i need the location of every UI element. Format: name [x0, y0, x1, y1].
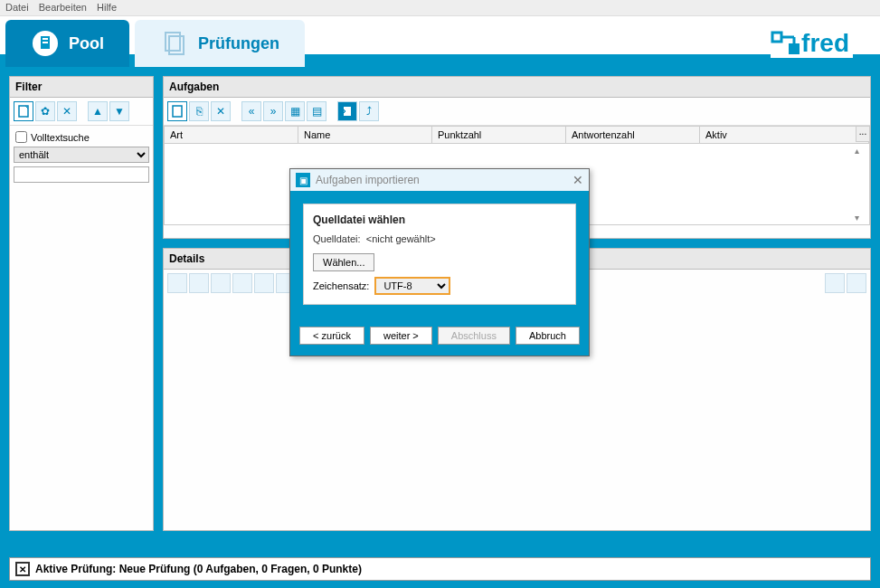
table-header: Art Name Punktzahl Antwortenzahl Aktiv: [164, 126, 870, 144]
filter-save-icon[interactable]: ✿: [35, 101, 55, 121]
detail-btn-4[interactable]: [232, 273, 252, 293]
fulltext-checkbox-row[interactable]: Volltextsuche: [14, 129, 149, 145]
task-export-icon[interactable]: ⤴: [359, 101, 379, 121]
aufgaben-header: Aufgaben: [164, 77, 870, 98]
fulltext-label: Volltextsuche: [31, 132, 90, 143]
menubar: Datei Bearbeiten Hilfe: [0, 0, 880, 16]
filter-text-input[interactable]: [14, 166, 149, 183]
task-collapse-icon[interactable]: »: [263, 101, 283, 121]
filter-up-icon[interactable]: ▲: [88, 101, 108, 121]
exams-icon: [160, 29, 189, 58]
fulltext-checkbox[interactable]: [15, 131, 27, 143]
dialog-close-icon[interactable]: ✕: [572, 173, 583, 187]
task-import-icon[interactable]: [337, 101, 357, 121]
detail-down-icon[interactable]: [847, 273, 866, 293]
tab-exams-label: Prüfungen: [198, 34, 279, 53]
svg-rect-7: [43, 42, 48, 43]
col-punktzahl[interactable]: Punktzahl: [432, 127, 566, 143]
menu-file[interactable]: Datei: [5, 2, 29, 13]
dialog-title: Aufgaben importieren: [316, 174, 420, 186]
col-aktiv[interactable]: Aktiv: [700, 127, 869, 143]
tab-pool-label: Pool: [69, 34, 104, 53]
col-art[interactable]: Art: [165, 127, 298, 143]
svg-rect-6: [43, 38, 48, 40]
svg-rect-11: [173, 106, 182, 117]
menu-edit[interactable]: Bearbeiten: [39, 2, 87, 13]
back-button[interactable]: < zurück: [299, 327, 364, 345]
menu-help[interactable]: Hilfe: [97, 2, 117, 13]
filter-new-icon[interactable]: [14, 101, 33, 121]
filter-header: Filter: [10, 77, 153, 98]
tab-exams[interactable]: Prüfungen: [135, 20, 305, 67]
tab-pool[interactable]: Pool: [5, 20, 129, 67]
col-antwortenzahl[interactable]: Antwortenzahl: [566, 127, 700, 143]
task-edit-icon[interactable]: ▦: [285, 101, 305, 121]
dialog-icon: ▣: [296, 173, 310, 187]
charset-select[interactable]: UTF-8: [374, 277, 450, 295]
filter-down-icon[interactable]: ▼: [109, 101, 129, 121]
status-bar: ✕ Aktive Prüfung: Neue Prüfung (0 Aufgab…: [9, 557, 871, 581]
pool-icon: [31, 29, 60, 58]
choose-file-button[interactable]: Wählen...: [313, 253, 374, 271]
task-calendar-icon[interactable]: ▤: [307, 101, 326, 121]
filter-mode-select[interactable]: enthält: [14, 147, 149, 163]
detail-btn-1[interactable]: [167, 273, 187, 293]
status-close-icon[interactable]: ✕: [15, 562, 30, 576]
task-delete-icon[interactable]: ✕: [211, 101, 231, 121]
file-value: <nicht gewählt>: [366, 233, 436, 244]
detail-btn-5[interactable]: [254, 273, 274, 293]
file-label: Quelldatei:: [313, 233, 361, 244]
detail-btn-3[interactable]: [211, 273, 231, 293]
filter-empty-area: [10, 186, 153, 530]
col-name[interactable]: Name: [298, 127, 432, 143]
cancel-button[interactable]: Abbruch: [516, 327, 580, 345]
dialog-section-title: Quelldatei wählen: [313, 213, 566, 226]
import-dialog: ▣ Aufgaben importieren ✕ Quelldatei wähl…: [289, 168, 590, 356]
charset-label: Zeichensatz:: [313, 280, 369, 291]
filter-delete-icon[interactable]: ✕: [57, 101, 77, 121]
finish-button: Abschluss: [438, 327, 510, 345]
next-button[interactable]: weiter >: [370, 327, 432, 345]
detail-up-icon[interactable]: [825, 273, 845, 293]
detail-btn-2[interactable]: [189, 273, 209, 293]
task-new-icon[interactable]: [167, 101, 187, 121]
table-menu-button[interactable]: ...: [856, 126, 870, 142]
task-copy-icon[interactable]: ⎘: [189, 101, 209, 121]
status-text: Aktive Prüfung: Neue Prüfung (0 Aufgaben…: [35, 563, 362, 575]
task-expand-icon[interactable]: «: [241, 101, 261, 121]
